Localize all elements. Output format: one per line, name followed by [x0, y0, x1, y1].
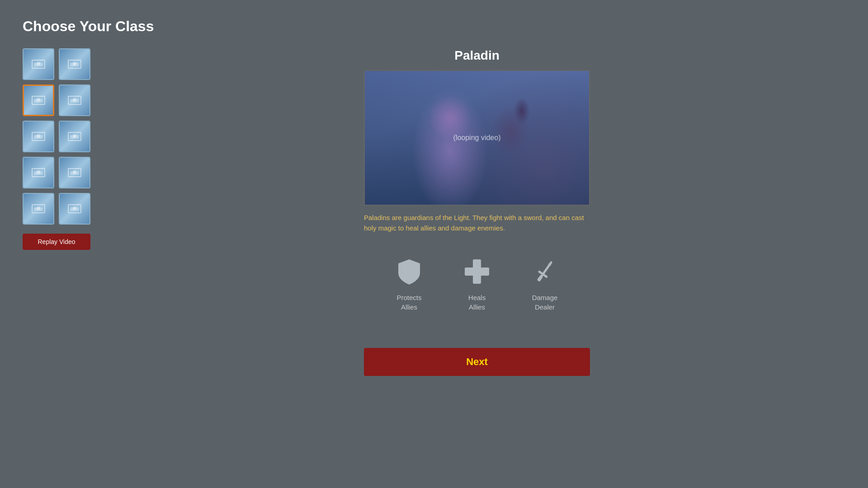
video-label: (looping video): [453, 134, 501, 142]
class-thumb-3[interactable]: [23, 84, 54, 116]
svg-rect-1: [465, 267, 489, 276]
class-thumb-6[interactable]: [59, 121, 90, 152]
role-damage: DamageDealer: [529, 256, 561, 312]
page-container: Choose Your Class: [0, 0, 868, 488]
class-grid: [23, 48, 90, 225]
class-thumb-5[interactable]: [23, 121, 54, 152]
cross-icon: [461, 256, 493, 287]
role-damage-label: DamageDealer: [532, 293, 558, 312]
main-layout: Replay Video Paladin (looping video) Pal…: [23, 48, 845, 376]
class-thumb-7[interactable]: [23, 157, 54, 188]
class-description: Paladins are guardians of the Light. The…: [364, 213, 590, 233]
class-thumb-9[interactable]: [23, 193, 54, 225]
role-protect: ProtectsAllies: [393, 256, 425, 312]
class-thumb-1[interactable]: [23, 48, 54, 80]
class-thumb-8[interactable]: [59, 157, 90, 188]
class-thumb-2[interactable]: [59, 48, 90, 80]
video-container: (looping video): [364, 70, 590, 206]
page-title: Choose Your Class: [23, 18, 845, 35]
class-thumb-4[interactable]: [59, 84, 90, 116]
next-button[interactable]: Next: [364, 348, 590, 376]
sword-icon: [529, 256, 561, 287]
role-icons: ProtectsAllies HealsAllies: [393, 256, 561, 312]
detail-panel: Paladin (looping video) Paladins are gua…: [108, 48, 845, 376]
class-name: Paladin: [454, 48, 500, 63]
class-thumb-10[interactable]: [59, 193, 90, 225]
shield-icon: [393, 256, 425, 287]
role-heal-label: HealsAllies: [468, 293, 486, 312]
left-panel: Replay Video: [23, 48, 90, 250]
role-heal: HealsAllies: [461, 256, 493, 312]
role-protect-label: ProtectsAllies: [396, 293, 421, 312]
replay-button[interactable]: Replay Video: [23, 234, 90, 250]
